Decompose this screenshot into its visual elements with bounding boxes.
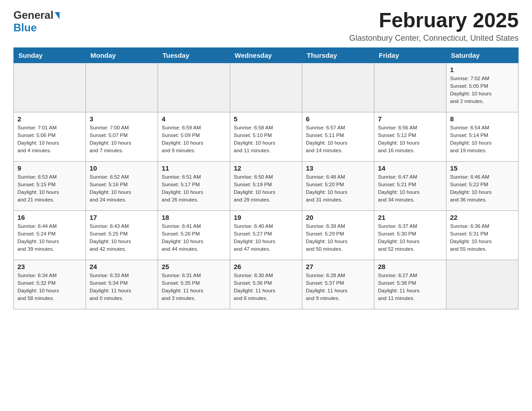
location-subtitle: Glastonbury Center, Connecticut, United … [349, 34, 519, 43]
logo: General Blue [13, 9, 60, 34]
day-number: 22 [450, 214, 515, 221]
calendar-cell: 24Sunrise: 6:33 AM Sunset: 5:34 PM Dayli… [86, 260, 158, 309]
day-info: Sunrise: 6:50 AM Sunset: 5:19 PM Dayligh… [234, 173, 298, 204]
calendar-cell [302, 63, 374, 112]
logo-general-text: General [13, 9, 53, 21]
day-number: 5 [234, 115, 298, 123]
day-info: Sunrise: 6:41 AM Sunset: 5:26 PM Dayligh… [162, 223, 226, 253]
calendar-cell: 1Sunrise: 7:02 AM Sunset: 5:05 PM Daylig… [446, 63, 519, 112]
day-number: 9 [17, 164, 82, 172]
calendar-cell: 7Sunrise: 6:56 AM Sunset: 5:12 PM Daylig… [374, 112, 446, 161]
day-info: Sunrise: 6:37 AM Sunset: 5:30 PM Dayligh… [378, 223, 442, 253]
day-info: Sunrise: 6:48 AM Sunset: 5:20 PM Dayligh… [306, 173, 370, 204]
calendar-cell: 13Sunrise: 6:48 AM Sunset: 5:20 PM Dayli… [302, 161, 374, 210]
calendar-cell: 18Sunrise: 6:41 AM Sunset: 5:26 PM Dayli… [158, 210, 230, 260]
day-info: Sunrise: 6:31 AM Sunset: 5:35 PM Dayligh… [162, 272, 226, 303]
page-header: General Blue February 2025 Glastonbury C… [13, 9, 519, 43]
day-number: 23 [17, 263, 82, 270]
day-number: 24 [90, 263, 154, 270]
day-number: 8 [450, 115, 515, 123]
calendar-header-row: SundayMondayTuesdayWednesdayThursdayFrid… [14, 47, 519, 63]
calendar-cell: 14Sunrise: 6:47 AM Sunset: 5:21 PM Dayli… [374, 161, 446, 210]
day-number: 26 [234, 263, 298, 270]
day-number: 2 [17, 115, 82, 123]
day-info: Sunrise: 6:53 AM Sunset: 5:15 PM Dayligh… [17, 173, 82, 204]
day-number: 14 [378, 164, 442, 172]
calendar-cell: 23Sunrise: 6:34 AM Sunset: 5:32 PM Dayli… [14, 260, 86, 309]
day-info: Sunrise: 6:47 AM Sunset: 5:21 PM Dayligh… [378, 173, 442, 204]
day-info: Sunrise: 6:46 AM Sunset: 5:22 PM Dayligh… [450, 173, 515, 204]
calendar-week-row: 23Sunrise: 6:34 AM Sunset: 5:32 PM Dayli… [14, 260, 519, 309]
calendar-week-row: 2Sunrise: 7:01 AM Sunset: 5:06 PM Daylig… [14, 112, 519, 161]
day-info: Sunrise: 6:43 AM Sunset: 5:25 PM Dayligh… [90, 223, 154, 253]
month-title: February 2025 [349, 9, 519, 32]
calendar-cell: 4Sunrise: 6:59 AM Sunset: 5:09 PM Daylig… [158, 112, 230, 161]
day-number: 13 [306, 164, 370, 172]
day-number: 25 [162, 263, 226, 270]
day-info: Sunrise: 6:40 AM Sunset: 5:27 PM Dayligh… [234, 223, 298, 253]
calendar-cell [230, 63, 302, 112]
day-info: Sunrise: 6:27 AM Sunset: 5:38 PM Dayligh… [378, 272, 442, 303]
day-number: 21 [378, 214, 442, 221]
calendar-table: SundayMondayTuesdayWednesdayThursdayFrid… [13, 47, 519, 309]
day-info: Sunrise: 7:00 AM Sunset: 5:07 PM Dayligh… [90, 124, 154, 155]
day-info: Sunrise: 7:01 AM Sunset: 5:06 PM Dayligh… [17, 124, 82, 155]
calendar-cell: 16Sunrise: 6:44 AM Sunset: 5:24 PM Dayli… [14, 210, 86, 260]
calendar-header-thursday: Thursday [302, 47, 374, 63]
day-info: Sunrise: 6:30 AM Sunset: 5:36 PM Dayligh… [234, 272, 298, 303]
day-number: 28 [378, 263, 442, 270]
logo-triangle-icon [55, 12, 60, 19]
calendar-header-sunday: Sunday [14, 47, 86, 63]
day-number: 27 [306, 263, 370, 270]
calendar-week-row: 16Sunrise: 6:44 AM Sunset: 5:24 PM Dayli… [14, 210, 519, 260]
day-number: 3 [90, 115, 154, 123]
calendar-cell: 15Sunrise: 6:46 AM Sunset: 5:22 PM Dayli… [446, 161, 519, 210]
day-number: 19 [234, 214, 298, 221]
day-number: 7 [378, 115, 442, 123]
calendar-cell: 27Sunrise: 6:28 AM Sunset: 5:37 PM Dayli… [302, 260, 374, 309]
calendar-cell: 19Sunrise: 6:40 AM Sunset: 5:27 PM Dayli… [230, 210, 302, 260]
calendar-cell [158, 63, 230, 112]
calendar-cell: 12Sunrise: 6:50 AM Sunset: 5:19 PM Dayli… [230, 161, 302, 210]
day-number: 6 [306, 115, 370, 123]
day-number: 11 [162, 164, 226, 172]
day-info: Sunrise: 6:54 AM Sunset: 5:14 PM Dayligh… [450, 124, 515, 155]
day-number: 10 [90, 164, 154, 172]
calendar-week-row: 1Sunrise: 7:02 AM Sunset: 5:05 PM Daylig… [14, 63, 519, 112]
title-area: February 2025 Glastonbury Center, Connec… [349, 9, 519, 43]
calendar-cell: 5Sunrise: 6:58 AM Sunset: 5:10 PM Daylig… [230, 112, 302, 161]
day-number: 4 [162, 115, 226, 123]
day-info: Sunrise: 6:44 AM Sunset: 5:24 PM Dayligh… [17, 223, 82, 253]
calendar-cell: 20Sunrise: 6:39 AM Sunset: 5:29 PM Dayli… [302, 210, 374, 260]
day-info: Sunrise: 6:28 AM Sunset: 5:37 PM Dayligh… [306, 272, 370, 303]
day-number: 12 [234, 164, 298, 172]
day-info: Sunrise: 6:36 AM Sunset: 5:31 PM Dayligh… [450, 223, 515, 253]
calendar-cell: 22Sunrise: 6:36 AM Sunset: 5:31 PM Dayli… [446, 210, 519, 260]
calendar-cell: 8Sunrise: 6:54 AM Sunset: 5:14 PM Daylig… [446, 112, 519, 161]
calendar-cell [14, 63, 86, 112]
calendar-cell: 26Sunrise: 6:30 AM Sunset: 5:36 PM Dayli… [230, 260, 302, 309]
calendar-cell: 11Sunrise: 6:51 AM Sunset: 5:17 PM Dayli… [158, 161, 230, 210]
calendar-cell: 2Sunrise: 7:01 AM Sunset: 5:06 PM Daylig… [14, 112, 86, 161]
calendar-cell [374, 63, 446, 112]
day-info: Sunrise: 6:52 AM Sunset: 5:16 PM Dayligh… [90, 173, 154, 204]
calendar-cell: 28Sunrise: 6:27 AM Sunset: 5:38 PM Dayli… [374, 260, 446, 309]
day-info: Sunrise: 6:56 AM Sunset: 5:12 PM Dayligh… [378, 124, 442, 155]
day-number: 15 [450, 164, 515, 172]
calendar-cell: 10Sunrise: 6:52 AM Sunset: 5:16 PM Dayli… [86, 161, 158, 210]
day-number: 16 [17, 214, 82, 221]
calendar-cell: 6Sunrise: 6:57 AM Sunset: 5:11 PM Daylig… [302, 112, 374, 161]
day-info: Sunrise: 6:58 AM Sunset: 5:10 PM Dayligh… [234, 124, 298, 155]
calendar-header-wednesday: Wednesday [230, 47, 302, 63]
day-info: Sunrise: 7:02 AM Sunset: 5:05 PM Dayligh… [450, 75, 515, 106]
logo-blue-text: Blue [13, 21, 37, 34]
calendar-header-tuesday: Tuesday [158, 47, 230, 63]
day-info: Sunrise: 6:39 AM Sunset: 5:29 PM Dayligh… [306, 223, 370, 253]
calendar-cell: 25Sunrise: 6:31 AM Sunset: 5:35 PM Dayli… [158, 260, 230, 309]
calendar-header-friday: Friday [374, 47, 446, 63]
day-number: 20 [306, 214, 370, 221]
day-number: 17 [90, 214, 154, 221]
day-info: Sunrise: 6:51 AM Sunset: 5:17 PM Dayligh… [162, 173, 226, 204]
day-info: Sunrise: 6:59 AM Sunset: 5:09 PM Dayligh… [162, 124, 226, 155]
day-number: 1 [450, 66, 515, 73]
